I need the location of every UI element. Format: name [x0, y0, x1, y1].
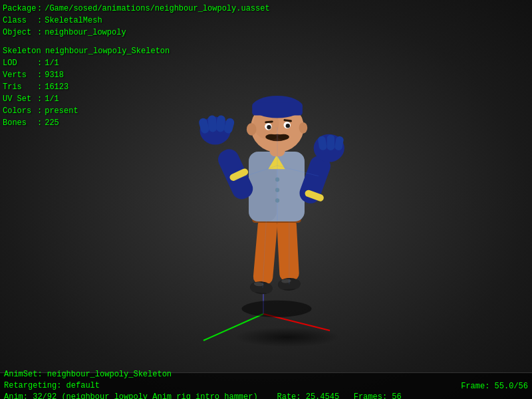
svg-point-23 [278, 134, 289, 140]
svg-rect-37 [223, 117, 235, 134]
svg-line-1 [263, 314, 330, 331]
object-row: Object : neighbour_lowpoly [3, 27, 270, 39]
lod-row: LOD : 1/1 [3, 57, 270, 69]
skeleton-row: Skeleton neighbour_lowpoly_Skeleton [3, 45, 270, 57]
svg-point-30 [247, 123, 257, 136]
svg-point-45 [275, 178, 279, 182]
svg-point-24 [265, 123, 272, 130]
svg-point-17 [251, 102, 304, 152]
colors-value: present [45, 105, 78, 117]
svg-rect-7 [250, 282, 273, 294]
rate-text: Rate: 25.4545 [277, 392, 339, 399]
status-left: AnimSet: neighbour_lowpoly_Skeleton Reta… [4, 369, 461, 399]
svg-rect-29 [283, 119, 292, 122]
anim-info-text: Anim: 32/92 (neighbour_lowpoly_Anim_rig_… [4, 392, 461, 399]
bones-label: Bones [3, 117, 37, 129]
svg-point-19 [252, 96, 303, 118]
tris-row: Tris : 16123 [3, 81, 270, 93]
svg-line-51 [263, 221, 266, 288]
status-right: Frame: 55.0/56 [461, 380, 528, 392]
svg-rect-16 [270, 141, 285, 156]
tris-value: 16123 [45, 81, 68, 93]
svg-point-21 [267, 134, 287, 142]
svg-point-31 [299, 122, 308, 134]
svg-point-27 [286, 124, 290, 128]
uv-set-label: UV Set [3, 93, 37, 105]
svg-rect-32 [215, 146, 256, 203]
anim-set-text: AnimSet: neighbour_lowpoly_Skeleton [4, 369, 461, 380]
svg-point-18 [253, 108, 279, 139]
svg-point-39 [314, 134, 344, 162]
character-svg [184, 40, 370, 319]
uv-set-value: 1/1 [45, 93, 59, 105]
svg-rect-38 [297, 153, 333, 206]
colors-label: Colors [3, 105, 37, 117]
verts-label: Verts [3, 69, 37, 81]
verts-row: Verts : 9318 [3, 69, 270, 81]
svg-point-46 [275, 188, 279, 192]
viewport: Package : /Game/sosed/animations/neighbo… [0, 0, 532, 399]
colors-row: Colors : present [3, 105, 270, 117]
class-value: SkeletalMesh [45, 15, 102, 27]
ground-shadow [234, 327, 340, 347]
svg-marker-15 [268, 155, 285, 169]
tris-label: Tris [3, 81, 37, 93]
svg-line-49 [235, 166, 277, 180]
svg-rect-44 [304, 189, 325, 202]
verts-value: 9318 [45, 69, 64, 81]
svg-rect-36 [216, 115, 226, 132]
bones-value: 225 [45, 117, 59, 129]
svg-point-25 [284, 122, 291, 129]
lod-value: 1/1 [45, 57, 59, 69]
axis-lines [184, 274, 383, 354]
frames-text: Frames: 56 [354, 392, 402, 399]
svg-rect-13 [249, 152, 305, 221]
svg-rect-5 [277, 217, 299, 281]
svg-point-22 [265, 134, 277, 140]
svg-point-33 [200, 117, 231, 145]
object-label: Object [3, 27, 37, 39]
svg-rect-14 [249, 152, 277, 221]
svg-point-9 [278, 277, 301, 291]
lod-label: LOD [3, 57, 37, 69]
svg-point-6 [249, 281, 273, 295]
svg-rect-43 [229, 168, 249, 182]
frame-text: Frame: 55.0/56 [461, 382, 528, 391]
svg-rect-12 [252, 213, 301, 223]
svg-point-47 [275, 198, 279, 202]
package-row: Package : /Game/sosed/animations/neighbo… [3, 3, 270, 15]
svg-point-26 [267, 125, 271, 129]
svg-point-8 [254, 281, 264, 287]
package-label: Package [3, 3, 37, 15]
uv-set-row: UV Set : 1/1 [3, 93, 270, 105]
info-overlay: Package : /Game/sosed/animations/neighbo… [3, 3, 270, 132]
asset-section: Package : /Game/sosed/animations/neighbo… [3, 3, 270, 39]
mesh-section: Skeleton neighbour_lowpoly_Skeleton LOD … [3, 45, 270, 129]
object-value: neighbour_lowpoly [45, 27, 126, 39]
bones-row: Bones : 225 [3, 117, 270, 129]
status-bar: AnimSet: neighbour_lowpoly_Skeleton Reta… [0, 372, 532, 399]
svg-rect-42 [334, 136, 344, 151]
svg-point-11 [281, 279, 291, 283]
svg-rect-40 [317, 136, 327, 151]
retargeting-text: Retargeting: default [4, 380, 461, 392]
skeleton-value: neighbour_lowpoly_Skeleton [45, 45, 170, 57]
svg-rect-35 [207, 115, 217, 132]
svg-rect-41 [327, 135, 335, 150]
class-row: Class : SkeletalMesh [3, 15, 270, 27]
svg-rect-4 [253, 217, 278, 285]
svg-rect-10 [278, 279, 301, 289]
svg-rect-34 [198, 117, 210, 134]
skeleton-label: Skeleton [3, 45, 43, 57]
class-label: Class [3, 15, 37, 27]
svg-line-0 [203, 314, 263, 340]
anim-text: Anim: 32/92 (neighbour_lowpoly_Anim_rig_… [4, 392, 258, 399]
package-value: /Game/sosed/animations/neighbour_lowpoly… [45, 3, 269, 15]
svg-rect-20 [252, 103, 303, 116]
svg-point-3 [242, 301, 312, 317]
svg-line-50 [277, 166, 319, 176]
svg-rect-28 [265, 120, 273, 123]
